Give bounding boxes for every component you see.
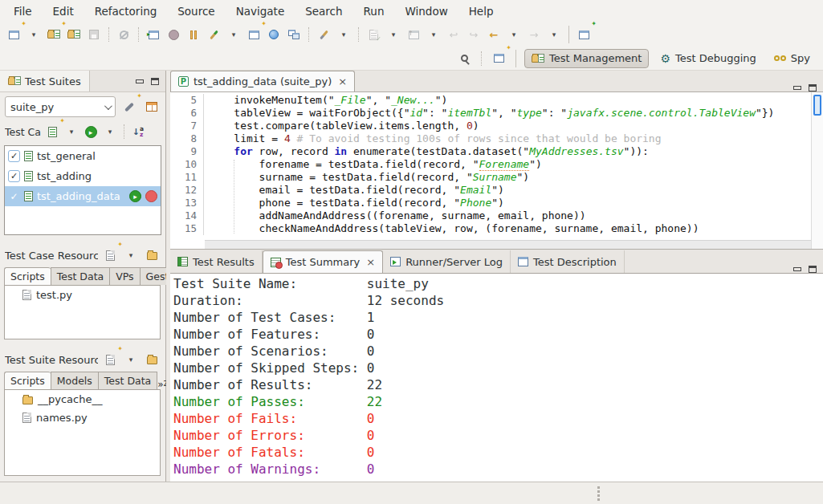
tab-scripts[interactable]: Scripts xyxy=(4,372,51,389)
menu-edit[interactable]: Edit xyxy=(43,0,84,22)
close-icon[interactable]: × xyxy=(366,256,375,268)
run-dropdown[interactable]: ▾ xyxy=(101,122,119,141)
code-text: limit = 4 # To avoid testing 100s of row… xyxy=(204,132,662,145)
object-picker-button[interactable] xyxy=(205,25,222,44)
tab-test-data[interactable]: Test Data xyxy=(98,372,157,389)
stop-test-button[interactable] xyxy=(145,190,157,202)
resource-names-py[interactable]: names.py xyxy=(5,408,160,427)
menu-refactoring[interactable]: Refactoring xyxy=(84,0,168,22)
drag-handle[interactable] xyxy=(597,486,600,489)
suite-combo[interactable]: suite_py xyxy=(5,96,116,117)
new-button[interactable]: ✦ xyxy=(5,25,22,44)
run-test-suite-button[interactable]: ▸ xyxy=(82,122,100,141)
checkbox[interactable]: ✓ xyxy=(8,191,20,202)
tab-test-suites[interactable]: Test Suites xyxy=(0,71,90,91)
verification-point-button[interactable] xyxy=(315,25,332,44)
redo-history-button[interactable]: ↪ xyxy=(465,25,483,44)
open-perspective-button[interactable]: ✦ xyxy=(490,49,507,68)
resource-test-py[interactable]: test.py xyxy=(5,286,160,304)
object-map-button[interactable] xyxy=(143,97,161,116)
tcr-new-button[interactable]: ✦ xyxy=(101,246,119,265)
update-button[interactable]: ↑ xyxy=(405,25,422,44)
maximize-button[interactable] xyxy=(151,78,159,85)
undo-history-button[interactable]: ↩ xyxy=(445,25,462,44)
checkbox[interactable]: ✓ xyxy=(8,170,20,182)
menu-source[interactable]: Source xyxy=(167,0,225,22)
search-button[interactable] xyxy=(455,49,473,68)
maximize-button[interactable] xyxy=(809,266,817,273)
perspective-spy[interactable]: Spy xyxy=(768,49,817,68)
menu-run[interactable]: Run xyxy=(353,0,395,22)
overflow-icon: » xyxy=(157,380,163,389)
manage-windows-button[interactable] xyxy=(285,25,303,44)
horizontal-scrollbar[interactable] xyxy=(205,240,811,249)
chevron-down-icon: ▾ xyxy=(229,30,238,39)
tab-runner-server-log[interactable]: Runner/Server Log xyxy=(383,250,511,273)
code-text: test.compare(tableView.items.length, 0) xyxy=(204,120,479,132)
code-editor[interactable]: 5 invokeMenuItem("_File", "_New...")6 ta… xyxy=(170,92,823,249)
back-button[interactable]: ← xyxy=(485,25,503,44)
minimize-button[interactable] xyxy=(793,267,801,271)
minimize-button[interactable] xyxy=(136,79,144,83)
web-browser-button[interactable] xyxy=(265,25,283,44)
tcr-new-dropdown[interactable]: ▾ xyxy=(122,246,140,265)
update-dropdown[interactable]: ▾ xyxy=(425,25,442,44)
open-test-suite-button[interactable] xyxy=(65,25,83,44)
editor-tab-tst-adding-data[interactable]: P tst_adding_data (suite_py) × xyxy=(170,71,355,91)
check-script-button[interactable]: ✓ xyxy=(365,25,382,44)
tsr-new-dropdown[interactable]: ▾ xyxy=(122,350,140,369)
line-number: 15 xyxy=(170,222,204,235)
tab-scripts[interactable]: Scripts xyxy=(4,267,51,285)
forward-button[interactable]: → xyxy=(525,25,543,44)
menu-navigate[interactable]: Navigate xyxy=(226,0,295,22)
tab-test-data[interactable]: Test Data xyxy=(51,267,109,285)
record-button[interactable] xyxy=(165,25,182,44)
left-panel: Test Suites suite_py ✦ Test Ca ✦ ▾ ▸ ▾ xyxy=(0,71,166,482)
test-case-row-tst-adding-data[interactable]: ✓tst_adding_data▸ xyxy=(5,186,161,206)
tab-test-description[interactable]: Test Description xyxy=(511,250,625,273)
test-case-row-tst-general[interactable]: ✓tst_general xyxy=(5,146,161,166)
back-dropdown[interactable]: ▾ xyxy=(505,25,523,44)
table-icon xyxy=(146,102,157,112)
run-test-button[interactable]: ▸ xyxy=(145,25,162,44)
new-test-suite-button[interactable]: ✦ xyxy=(45,25,63,44)
tab-test-summary[interactable]: Test Summary× xyxy=(263,250,383,273)
test-case-row-tst-adding[interactable]: ✓tst_adding xyxy=(5,166,161,186)
tsr-open-folder-button[interactable] xyxy=(143,350,161,369)
scrollbar-thumb[interactable] xyxy=(813,95,821,116)
forward-dropdown[interactable]: ▾ xyxy=(545,25,563,44)
perspective-test-debugging[interactable]: ⚙ Test Debugging xyxy=(654,49,762,68)
tcr-open-folder-button[interactable] xyxy=(143,246,161,265)
code-line-6: 6 tableView = waitForObject({"id": "item… xyxy=(170,107,811,120)
picker-dropdown[interactable]: ▾ xyxy=(225,25,242,44)
vertical-scrollbar[interactable] xyxy=(811,92,823,249)
new-test-case-dropdown[interactable]: ▾ xyxy=(63,122,80,141)
code-text: phone = testData.field(record, "Phone") xyxy=(204,197,504,209)
save-button[interactable] xyxy=(85,25,103,44)
tab-vps[interactable]: VPs xyxy=(109,267,139,285)
tsr-new-button[interactable]: ✦ xyxy=(101,350,119,369)
maximize-button[interactable] xyxy=(809,84,817,91)
menu-file[interactable]: File xyxy=(3,0,43,22)
resource--pycache-[interactable]: __pycache__ xyxy=(5,390,160,408)
pause-button[interactable] xyxy=(185,25,202,44)
object-spy-button[interactable] xyxy=(115,25,132,44)
suite-settings-button[interactable]: ✦ xyxy=(120,97,138,116)
new-dropdown[interactable]: ▾ xyxy=(25,25,43,44)
check-script-dropdown[interactable]: ▾ xyxy=(385,25,402,44)
close-icon[interactable]: × xyxy=(338,75,347,87)
verification-dropdown[interactable]: ▾ xyxy=(335,25,352,44)
menu-window[interactable]: Window xyxy=(394,0,458,22)
perspective-test-management[interactable]: Test Management xyxy=(524,49,649,68)
sort-button[interactable]: ↓ az xyxy=(129,122,147,141)
checkbox[interactable]: ✓ xyxy=(8,150,20,162)
run-test-case-button[interactable]: ▸ xyxy=(129,190,141,202)
new-window-button[interactable]: ✦ xyxy=(245,25,263,44)
menu-help[interactable]: Help xyxy=(458,0,504,22)
new-test-case-button[interactable]: ✦ xyxy=(43,122,61,141)
tab-test-results[interactable]: Test Results xyxy=(170,250,263,273)
pin-editor-button[interactable]: ✦ xyxy=(575,25,593,44)
minimize-button[interactable] xyxy=(793,86,801,90)
menu-search[interactable]: Search xyxy=(295,0,352,22)
tab-models[interactable]: Models xyxy=(51,372,98,389)
